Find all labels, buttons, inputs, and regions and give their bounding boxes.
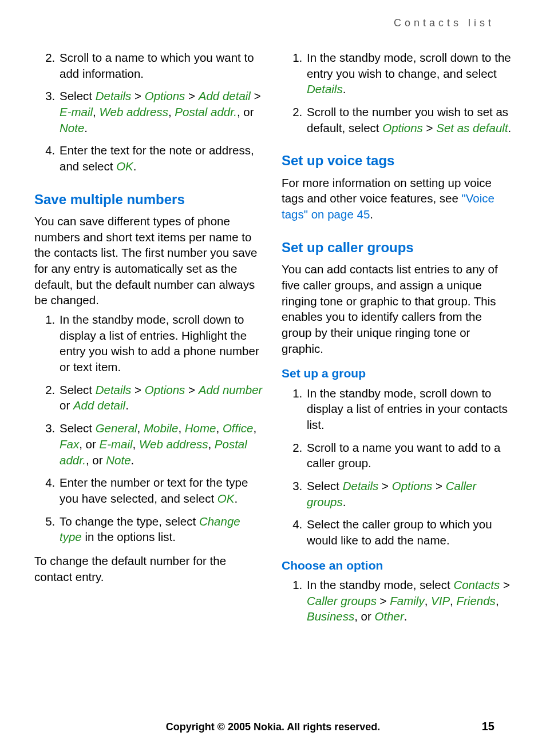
ui-term: Contacts [453,578,500,591]
ui-term: Details [96,89,132,102]
list-item: In the standby mode, select Contacts > C… [306,577,512,624]
page: Contacts list Scroll to a name to which … [0,0,546,756]
ui-term: Details [307,82,343,96]
text: > [251,89,261,102]
text: , or [79,437,99,451]
ui-term: Office [223,421,254,435]
text: > [185,89,198,102]
running-header: Contacts list [34,17,512,29]
text: . [84,121,88,134]
page-number: 15 [482,720,494,733]
ui-term: Add detail [73,399,125,412]
text: , [253,421,256,435]
two-column-layout: Scroll to a name to which you want to ad… [34,46,512,632]
subheading-choose-an-option: Choose an option [282,558,512,574]
list-item: Select Details > Options > Add number or… [58,382,264,413]
ui-term: E-mail [100,437,133,451]
ordered-list: In the standby mode, scroll down to disp… [282,385,512,548]
ui-term: Other [375,610,404,623]
ui-term: Business [307,610,354,623]
ui-term: Fax [60,437,79,451]
ui-term: Options [145,383,185,396]
text: > [378,479,391,492]
ui-term: Web address [100,105,168,118]
text: , [93,105,99,118]
text: > [432,479,445,492]
text: , or [237,105,254,118]
text: Select [60,421,96,435]
ui-term: General [96,421,137,435]
list-item: In the standby mode, scroll down to disp… [58,312,264,375]
text: For more information on setting up voice… [282,176,492,205]
text: , [216,421,223,435]
text: To change the type, select [60,515,199,528]
list-item: Select General, Mobile, Home, Office, Fa… [58,420,264,468]
text: In the standby mode, scroll down to the … [307,51,511,80]
text: , [133,437,139,451]
text: . [404,610,407,623]
ui-term: Set as default [436,121,508,134]
list-item: Select the caller group to which you wou… [306,516,512,548]
text: In the standby mode, select [307,578,453,591]
ordered-list: In the standby mode, scroll down to disp… [34,312,264,545]
list-item: In the standby mode, scroll down to the … [306,50,512,97]
heading-set-up-caller-groups: Set up caller groups [282,238,512,257]
ui-term: Web address [139,437,208,451]
left-column: Scroll to a name to which you want to ad… [34,46,264,632]
text: Select [60,89,96,102]
footer-copyright: Copyright © 2005 Nokia. All rights reser… [34,721,512,733]
paragraph: You can save different types of phone nu… [34,213,264,308]
ui-term: Add detail [199,89,251,102]
text: Select [307,479,343,492]
ui-term: VIP [431,594,450,607]
text: . [343,495,346,508]
right-column: In the standby mode, scroll down to the … [282,46,512,632]
heading-set-up-voice-tags: Set up voice tags [282,152,512,170]
subheading-set-up-a-group: Set up a group [282,365,512,381]
ui-term: Caller groups [307,594,377,607]
heading-save-multiple-numbers: Save multiple numbers [34,190,264,209]
text: . [125,399,129,412]
text: . [508,121,512,134]
ui-term: Note [60,121,84,134]
ui-term: OK [116,160,133,173]
paragraph: You can add contacts list entries to any… [282,261,512,356]
ui-term: Options [392,479,433,492]
list-item: To change the type, select Change type i… [58,514,264,545]
ui-term: Friends [457,594,496,607]
text: > [423,121,436,134]
text: , or [86,453,106,467]
ordered-list: In the standby mode, scroll down to the … [282,50,512,136]
text: > [131,383,144,396]
text: , [450,594,456,607]
text: , [425,594,431,607]
list-item: Scroll to a name you want to add to a ca… [306,440,512,471]
text: > [131,89,144,102]
ui-term: Note [106,453,130,467]
text: . [133,160,137,173]
list-item: Enter the number or text for the type yo… [58,475,264,506]
text: , [208,437,214,451]
paragraph: To change the default number for the con… [34,553,264,584]
ui-term: OK [217,492,235,505]
ui-term: Add number [199,383,263,396]
paragraph: For more information on setting up voice… [282,175,512,222]
ui-term: E-mail [60,105,93,118]
ui-term: Family [390,594,424,607]
list-item: Select Details > Options > Add detail > … [58,88,264,136]
list-item: In the standby mode, scroll down to disp… [306,385,512,433]
text: , [178,421,184,435]
ordered-list: Scroll to a name to which you want to ad… [34,50,264,174]
list-item: Scroll to a name to which you want to ad… [58,50,264,81]
ui-term: Details [343,479,379,492]
text: Select [60,383,96,396]
ui-term: Details [96,383,132,396]
text: , [137,421,144,435]
text: or [60,399,73,412]
ui-term: Options [145,89,185,102]
text: > [377,594,390,607]
list-item: Select Details > Options > Caller groups… [306,478,512,510]
list-item: Scroll to the number you wish to set as … [306,104,512,136]
list-item: Enter the text for the note or address, … [58,142,264,174]
text: . [370,208,373,221]
